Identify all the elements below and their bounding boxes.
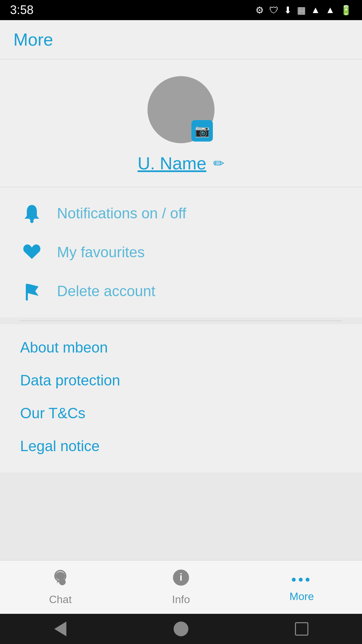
camera-button[interactable]: 📷 [191, 120, 213, 142]
delete-account-label: Delete account [57, 283, 156, 300]
info-section: About mbeon Data protection Our T&Cs Leg… [0, 324, 362, 473]
menu-item-delete-account[interactable]: Delete account [0, 272, 362, 311]
username-label: U. Name [137, 153, 206, 173]
notifications-label: Notifications on / off [57, 205, 186, 222]
main-content: 📷 U. Name ✏ Notifications on / off [0, 59, 362, 560]
status-icons: ⚙ 🛡 ⬇ ▦ ▲ ▲ 🔋 [255, 5, 352, 16]
spacer [0, 473, 362, 560]
battery-icon: 🔋 [340, 5, 352, 16]
profile-section: 📷 U. Name ✏ [0, 59, 362, 187]
section-divider [20, 321, 342, 321]
header: More [0, 20, 362, 59]
recents-square-icon [295, 622, 308, 636]
android-nav-bar [0, 614, 362, 644]
status-bar: 3:58 ⚙ 🛡 ⬇ ▦ ▲ ▲ 🔋 [0, 0, 362, 20]
settings-icon: ⚙ [255, 5, 264, 16]
status-time: 3:58 [10, 3, 34, 17]
about-link[interactable]: About mbeon [0, 331, 362, 364]
nav-item-info[interactable]: i Info [121, 569, 241, 606]
camera-icon: 📷 [195, 124, 210, 138]
username-row: U. Name ✏ [137, 153, 224, 173]
sd-icon: ▦ [297, 5, 306, 16]
wifi-icon: ▲ [311, 5, 320, 15]
chat-icon [51, 569, 69, 591]
legal-notice-link[interactable]: Legal notice [0, 430, 362, 463]
home-circle-icon [174, 622, 188, 636]
page-title: More [13, 30, 53, 49]
svg-point-1 [30, 220, 34, 223]
home-button[interactable] [168, 615, 194, 642]
menu-section: Notifications on / off My favourites Del… [0, 187, 362, 317]
shield-icon: 🛡 [269, 5, 279, 16]
favourites-label: My favourites [57, 244, 145, 261]
more-nav-label: More [290, 590, 314, 603]
tandc-link[interactable]: Our T&Cs [0, 397, 362, 430]
back-button[interactable] [47, 615, 74, 642]
svg-text:i: i [180, 572, 182, 583]
bell-icon [20, 203, 44, 223]
flag-icon [20, 281, 44, 301]
download-icon: ⬇ [284, 5, 292, 16]
heart-icon [20, 242, 44, 262]
bottom-nav: Chat i Info ••• More [0, 560, 362, 614]
data-protection-link[interactable]: Data protection [0, 364, 362, 397]
recents-button[interactable] [288, 615, 315, 642]
edit-username-icon[interactable]: ✏ [213, 156, 225, 171]
avatar-container: 📷 [147, 76, 215, 143]
back-triangle-icon [54, 622, 66, 636]
menu-item-favourites[interactable]: My favourites [0, 233, 362, 272]
more-dots-icon: ••• [291, 572, 312, 588]
signal-icon: ▲ [325, 5, 335, 15]
chat-nav-label: Chat [49, 593, 72, 606]
info-nav-label: Info [172, 593, 190, 606]
svg-point-5 [59, 579, 66, 585]
menu-item-notifications[interactable]: Notifications on / off [0, 194, 362, 233]
nav-item-more[interactable]: ••• More [241, 572, 362, 603]
info-icon: i [172, 569, 190, 591]
svg-rect-2 [26, 284, 28, 301]
svg-point-4 [56, 572, 65, 580]
nav-item-chat[interactable]: Chat [0, 569, 121, 606]
